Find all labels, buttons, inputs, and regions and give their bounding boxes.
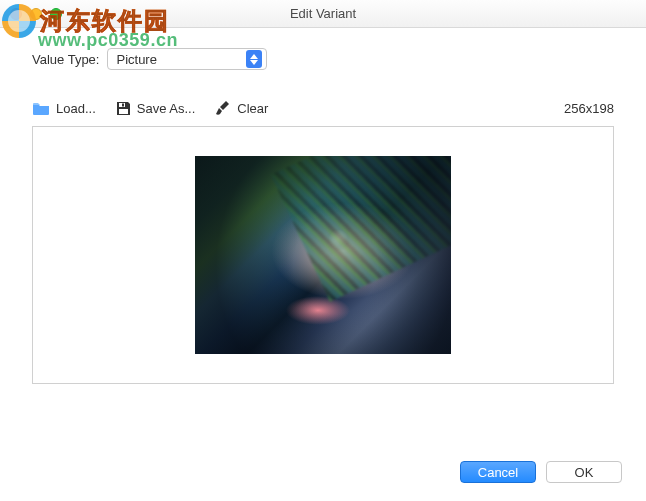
value-type-label: Value Type:	[32, 52, 99, 67]
preview-image	[195, 156, 451, 354]
value-type-row: Value Type: Picture	[32, 48, 614, 70]
value-type-selected: Picture	[116, 52, 156, 67]
clear-button[interactable]: Clear	[215, 100, 268, 116]
window-title: Edit Variant	[0, 6, 646, 21]
cancel-button[interactable]: Cancel	[460, 461, 536, 483]
preview-frame	[32, 126, 614, 384]
load-label: Load...	[56, 101, 96, 116]
brush-icon	[215, 100, 231, 116]
preview-toolbar: Load... Save As... Clear	[32, 100, 614, 116]
save-as-label: Save As...	[137, 101, 196, 116]
svg-rect-1	[122, 103, 124, 106]
dialog-footer: Cancel OK	[460, 461, 622, 483]
value-type-select[interactable]: Picture	[107, 48, 267, 70]
floppy-icon	[116, 101, 131, 116]
image-dimensions: 256x198	[564, 101, 614, 116]
titlebar: Edit Variant	[0, 0, 646, 28]
cancel-label: Cancel	[478, 465, 518, 480]
clear-label: Clear	[237, 101, 268, 116]
ok-label: OK	[575, 465, 594, 480]
save-as-button[interactable]: Save As...	[116, 101, 196, 116]
load-button[interactable]: Load...	[32, 101, 96, 116]
ok-button[interactable]: OK	[546, 461, 622, 483]
folder-icon	[32, 101, 50, 115]
select-arrows-icon	[246, 50, 262, 68]
svg-rect-2	[119, 109, 128, 114]
content-area: Value Type: Picture Load...	[0, 28, 646, 384]
